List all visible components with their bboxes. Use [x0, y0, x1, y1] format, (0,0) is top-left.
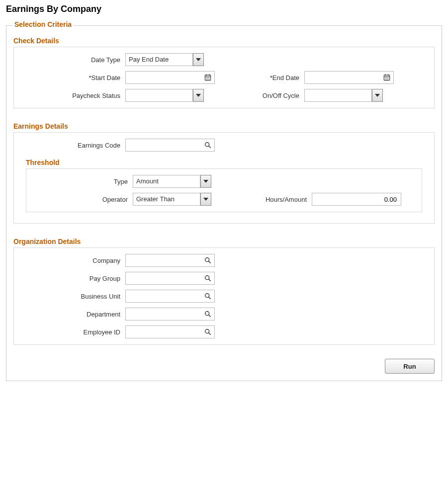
- earnings-details-section: Earnings Details Earnings Code Threshold…: [13, 122, 435, 224]
- start-date-label: *Start Date: [21, 74, 125, 81]
- company-input[interactable]: [125, 254, 215, 267]
- search-icon[interactable]: [204, 292, 212, 300]
- start-date-input[interactable]: [125, 71, 215, 84]
- hours-amount-label: Hours/Amount: [222, 196, 312, 203]
- check-details-title: Check Details: [13, 37, 435, 45]
- pay-group-input[interactable]: [125, 272, 215, 285]
- organization-details-box: Company Pay Group Busi: [13, 247, 435, 345]
- end-date-input[interactable]: [304, 71, 394, 84]
- operator-select[interactable]: Greater Than: [133, 193, 200, 206]
- chevron-down-icon[interactable]: [200, 175, 211, 188]
- business-unit-label: Business Unit: [21, 293, 125, 300]
- date-type-label: Date Type: [21, 56, 125, 64]
- earnings-code-input[interactable]: [125, 139, 215, 152]
- search-icon[interactable]: [204, 310, 212, 318]
- organization-details-title: Organization Details: [13, 238, 435, 245]
- calendar-icon[interactable]: [383, 74, 391, 81]
- cycle-label: On/Off Cycle: [215, 92, 304, 99]
- department-label: Department: [21, 311, 125, 318]
- search-icon[interactable]: [204, 256, 212, 264]
- end-date-label: *End Date: [215, 74, 304, 81]
- threshold-box: Type Amount Operator Greater Than: [26, 168, 422, 212]
- run-button[interactable]: Run: [385, 359, 435, 374]
- earnings-details-box: Earnings Code Threshold Type Amount: [13, 132, 435, 224]
- chevron-down-icon[interactable]: [193, 89, 204, 102]
- earnings-code-label: Earnings Code: [21, 142, 125, 149]
- operator-label: Operator: [33, 196, 133, 203]
- chevron-down-icon[interactable]: [372, 89, 383, 102]
- earnings-details-title: Earnings Details: [13, 122, 435, 130]
- employee-id-input[interactable]: [125, 325, 215, 338]
- threshold-title: Threshold: [26, 159, 427, 166]
- search-icon[interactable]: [204, 274, 212, 282]
- search-icon[interactable]: [204, 141, 212, 149]
- employee-id-label: Employee ID: [21, 328, 125, 336]
- pay-group-label: Pay Group: [21, 275, 125, 282]
- search-icon[interactable]: [204, 328, 212, 336]
- paycheck-status-label: Paycheck Status: [21, 92, 125, 99]
- check-details-box: Date Type Pay End Date *Start Date *En: [13, 47, 435, 108]
- page-title: Earnings By Company: [6, 4, 442, 14]
- selection-criteria-label: Selection Criteria: [12, 20, 74, 28]
- chevron-down-icon[interactable]: [193, 53, 204, 66]
- selection-criteria-panel: Selection Criteria Check Details Date Ty…: [6, 25, 442, 381]
- calendar-icon[interactable]: [204, 74, 212, 81]
- threshold-type-label: Type: [33, 178, 133, 185]
- paycheck-status-select[interactable]: [125, 89, 193, 102]
- company-label: Company: [21, 257, 125, 264]
- department-input[interactable]: [125, 308, 215, 320]
- organization-details-section: Organization Details Company Pay Group: [13, 238, 435, 345]
- business-unit-input[interactable]: [125, 290, 215, 303]
- threshold-type-select[interactable]: Amount: [133, 175, 200, 188]
- hours-amount-input[interactable]: [312, 193, 401, 206]
- cycle-select[interactable]: [304, 89, 372, 102]
- date-type-select[interactable]: Pay End Date: [125, 53, 193, 66]
- check-details-section: Check Details Date Type Pay End Date *St…: [13, 37, 435, 108]
- chevron-down-icon[interactable]: [200, 193, 211, 206]
